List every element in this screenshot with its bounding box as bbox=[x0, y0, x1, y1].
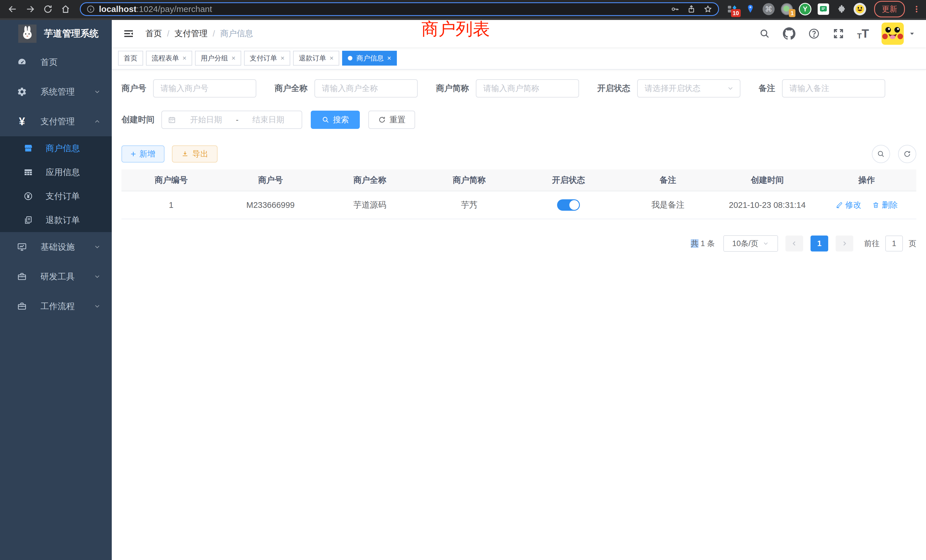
page-size-select[interactable]: 10条/页 bbox=[723, 235, 778, 252]
extension-recorder-icon[interactable]: 1 bbox=[781, 3, 793, 15]
help-button[interactable] bbox=[808, 28, 820, 39]
chevron-right-icon bbox=[841, 240, 848, 247]
tag-tab-merchant-info-active[interactable]: 商户信息× bbox=[342, 51, 397, 65]
edit-link[interactable]: 修改 bbox=[836, 200, 861, 210]
calendar-icon bbox=[168, 115, 176, 124]
sidebar-item-label: 工作流程 bbox=[41, 301, 75, 312]
search-button[interactable]: 搜索 bbox=[311, 110, 360, 129]
tag-tab-user-group[interactable]: 用户分组× bbox=[195, 51, 241, 65]
sidebar-item-label: 商户信息 bbox=[45, 142, 80, 154]
sidebar-item-label: 基础设施 bbox=[41, 241, 75, 253]
edit-link-label: 修改 bbox=[845, 200, 861, 210]
sidebar-item-refund-order[interactable]: 退款订单 bbox=[0, 208, 112, 232]
create-time-label: 创建时间 bbox=[121, 114, 154, 126]
tag-tab-process-form[interactable]: 流程表单× bbox=[146, 51, 192, 65]
table-action-row: + 新增 导出 bbox=[121, 145, 916, 163]
browser-update-button[interactable]: 更新 bbox=[874, 1, 905, 17]
export-button[interactable]: 导出 bbox=[172, 145, 218, 162]
status-select[interactable]: 请选择开启状态 bbox=[637, 79, 740, 97]
tag-label: 支付订单 bbox=[250, 54, 277, 63]
tag-tab-refund-order[interactable]: 退款订单× bbox=[293, 51, 339, 65]
sidebar-item-system[interactable]: 系统管理 bbox=[0, 77, 112, 107]
sidebar-item-infra[interactable]: 基础设施 bbox=[0, 232, 112, 262]
col-short-name: 商户简称 bbox=[420, 170, 519, 191]
extensions-puzzle-icon[interactable] bbox=[835, 3, 848, 15]
pay-submenu: 商户信息 应用信息 支付订单 bbox=[0, 136, 112, 232]
refresh-icon bbox=[903, 150, 911, 158]
merchant-no-input[interactable] bbox=[153, 79, 256, 97]
header-search-button[interactable] bbox=[759, 28, 770, 39]
sidebar-item-label: 首页 bbox=[41, 56, 57, 68]
toggle-knob bbox=[569, 200, 579, 210]
status-toggle-on[interactable] bbox=[557, 199, 580, 211]
extension-command-icon[interactable]: ⌘ bbox=[763, 3, 775, 15]
start-date-placeholder[interactable]: 开始日期 bbox=[179, 114, 233, 125]
delete-link[interactable]: 删除 bbox=[872, 200, 898, 210]
extension-pin-icon[interactable] bbox=[744, 3, 757, 15]
toolbox-icon bbox=[16, 301, 28, 311]
bookmark-star-icon[interactable] bbox=[704, 5, 713, 14]
breadcrumb-separator: / bbox=[213, 29, 215, 38]
total-prefix: 共 bbox=[691, 239, 699, 248]
full-name-input[interactable] bbox=[315, 79, 418, 97]
tag-tab-pay-order[interactable]: 支付订单× bbox=[244, 51, 290, 65]
tag-tab-home[interactable]: 首页 bbox=[118, 51, 143, 65]
browser-reload-button[interactable] bbox=[41, 2, 55, 17]
close-icon[interactable]: × bbox=[280, 54, 284, 62]
github-button[interactable] bbox=[783, 27, 796, 40]
sidebar-collapse-button[interactable] bbox=[122, 28, 135, 39]
password-key-icon[interactable] bbox=[670, 5, 679, 14]
toggle-search-button[interactable] bbox=[872, 145, 890, 163]
browser-forward-button[interactable] bbox=[23, 2, 38, 17]
font-size-button[interactable]: TT bbox=[857, 27, 869, 41]
breadcrumb-item[interactable]: 支付管理 bbox=[174, 28, 207, 39]
refresh-table-button[interactable] bbox=[898, 145, 916, 163]
sidebar-item-merchant-info[interactable]: 商户信息 bbox=[0, 136, 112, 160]
extensions-area: 10 ⌘ 1 Y 更新 bbox=[726, 1, 921, 17]
sidebar-item-devtools[interactable]: 研发工具 bbox=[0, 262, 112, 291]
annotation-title: 商户列表 bbox=[421, 21, 490, 38]
sidebar-item-pay-order[interactable]: 支付订单 bbox=[0, 184, 112, 208]
close-icon[interactable]: × bbox=[387, 54, 391, 62]
sidebar-item-workflow[interactable]: 工作流程 bbox=[0, 291, 112, 321]
add-button-label: 新增 bbox=[139, 148, 155, 159]
goto-page-input[interactable] bbox=[885, 236, 903, 251]
next-page-button[interactable] bbox=[836, 236, 853, 251]
breadcrumb-item-current: 商户信息 bbox=[220, 28, 253, 39]
sidebar-item-pay[interactable]: ¥ 支付管理 bbox=[0, 107, 112, 136]
browser-back-button[interactable] bbox=[5, 2, 20, 17]
app-header: 首页 / 支付管理 / 商户信息 TT bbox=[112, 20, 926, 47]
profile-avatar-icon[interactable] bbox=[853, 3, 866, 15]
close-icon[interactable]: × bbox=[232, 54, 236, 62]
page-info-icon[interactable] bbox=[86, 5, 95, 14]
reload-icon bbox=[43, 4, 53, 14]
chevron-down-icon bbox=[94, 243, 101, 251]
sidebar-item-app-info[interactable]: 应用信息 bbox=[0, 160, 112, 184]
cell-remark: 我是备注 bbox=[618, 191, 718, 219]
prev-page-button[interactable] bbox=[785, 236, 803, 251]
breadcrumb-item[interactable]: 首页 bbox=[145, 28, 162, 39]
remark-input[interactable] bbox=[782, 79, 885, 97]
remark-label: 备注 bbox=[759, 83, 775, 94]
refund-doc-icon bbox=[22, 215, 34, 225]
extension-y-icon[interactable]: Y bbox=[799, 3, 811, 15]
browser-home-button[interactable] bbox=[58, 2, 73, 17]
end-date-placeholder[interactable]: 结束日期 bbox=[241, 114, 296, 125]
url-bar[interactable]: localhost:1024/pay/merchant bbox=[80, 2, 719, 16]
add-button[interactable]: + 新增 bbox=[121, 145, 165, 162]
fullscreen-button[interactable] bbox=[832, 28, 844, 39]
user-avatar-menu[interactable] bbox=[882, 23, 916, 45]
extension-chat-icon[interactable] bbox=[817, 3, 830, 15]
create-time-range-picker[interactable]: 开始日期 - 结束日期 bbox=[161, 110, 302, 129]
tag-label: 首页 bbox=[124, 54, 138, 63]
app-logo-row[interactable]: 芋道管理系统 bbox=[0, 20, 112, 47]
browser-menu-button[interactable] bbox=[912, 4, 921, 14]
close-icon[interactable]: × bbox=[330, 54, 334, 62]
extension-tasks-icon[interactable]: 10 bbox=[726, 3, 738, 15]
short-name-input[interactable] bbox=[476, 79, 579, 97]
share-icon[interactable] bbox=[687, 5, 696, 14]
sidebar-item-home[interactable]: 首页 bbox=[0, 47, 112, 77]
reset-button[interactable]: 重置 bbox=[368, 110, 415, 129]
close-icon[interactable]: × bbox=[183, 54, 186, 62]
page-number-current[interactable]: 1 bbox=[811, 236, 828, 251]
